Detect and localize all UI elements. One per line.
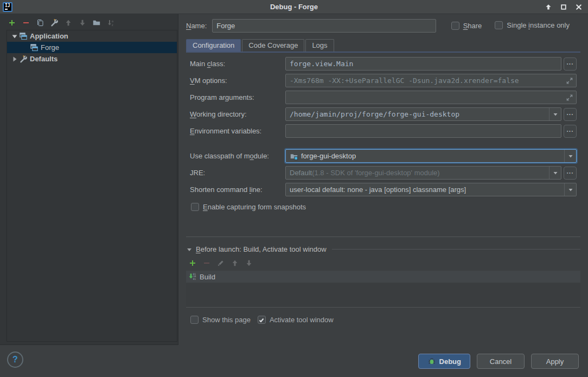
tree-item-label: Forge (41, 43, 59, 52)
new-folder-button[interactable] (92, 18, 101, 27)
single-instance-checkbox[interactable]: Single instance only (495, 21, 570, 29)
tree-item-application[interactable]: Application (7, 30, 177, 42)
folder-icon (92, 18, 101, 27)
configuration-editor: Name: Share Single instance only Configu… (179, 14, 588, 377)
collapsed-arrow-icon (10, 55, 19, 63)
remove-icon (202, 259, 211, 267)
use-classpath-row: Use classpath of module:forge-gui-deskto… (190, 149, 588, 163)
application-icon (30, 43, 39, 52)
add-icon (188, 259, 197, 267)
use-classpath-label: Use classpath of module: (190, 152, 285, 160)
shorten-command-line-combobox[interactable]: user-local default: none - java [options… (285, 183, 577, 196)
jre-label: JRE: (190, 169, 285, 177)
expanded-arrow-icon (10, 32, 19, 41)
vm-options-row: VM options:-Xms768m -XX:+UseParallelGC -… (190, 74, 588, 87)
svg-text:z: z (111, 23, 113, 27)
remove-task-button (202, 258, 211, 267)
before-launch-toolbar (188, 258, 588, 267)
configurations-toolbar: az (7, 18, 178, 27)
main-class-browse-button[interactable]: ... (564, 57, 577, 71)
before-launch-header: Before launch: Build, Activate tool wind… (186, 245, 580, 253)
share-checkbox-label: Share (463, 22, 482, 30)
apply-button[interactable]: Apply (531, 354, 579, 369)
checkbox-checked-icon[interactable] (258, 316, 266, 324)
collapse-arrow-icon[interactable] (186, 246, 193, 253)
enable-capturing-form-snapshots-checkbox[interactable]: Enable capturing form snapshots (191, 203, 306, 211)
edit-defaults-button[interactable] (49, 18, 59, 27)
close-button[interactable] (574, 2, 584, 12)
checkbox-unchecked-icon[interactable] (191, 203, 199, 211)
move-up-button (63, 18, 73, 27)
shorten-command-line-value: user-local default: none - java [options… (290, 186, 466, 194)
share-checkbox[interactable]: Share (451, 22, 482, 30)
tab-configuration[interactable]: Configuration (186, 39, 241, 52)
use-classpath-combobox[interactable]: forge-gui-desktop (285, 149, 577, 163)
svg-text:a: a (111, 19, 113, 23)
tree-item-defaults[interactable]: Defaults (7, 53, 177, 65)
checkbox-unchecked-icon[interactable] (190, 316, 199, 324)
checkbox-unchecked-icon[interactable] (495, 21, 503, 29)
tree-item-label: Application (30, 32, 68, 40)
before-launch-item-build[interactable]: 011001Build (186, 271, 580, 283)
tree-item-forge[interactable]: Forge (7, 42, 177, 53)
window-controls (544, 0, 584, 14)
jre-browse-button[interactable]: ... (564, 167, 577, 180)
window-title: Debug - Forge (0, 3, 588, 11)
shade-button[interactable] (544, 2, 553, 12)
tab-code-coverage[interactable]: Code Coverage (242, 39, 304, 52)
combo-arrow-icon (568, 154, 573, 159)
shorten-command-line-label: Shorten command line: (190, 186, 285, 194)
move-up-icon (64, 18, 73, 27)
move-down-icon (245, 259, 253, 267)
vm-options-field[interactable]: -Xms768m -XX:+UseParallelGC -Dsun.java2d… (285, 74, 577, 87)
before-launch-list: 011001Build (186, 271, 580, 307)
show-this-page-checkbox[interactable]: Show this page (190, 316, 251, 324)
jre-row: JRE:Default (1.8 - SDK of 'forge-gui-des… (190, 166, 588, 180)
jre-combobox[interactable]: Default (1.8 - SDK of 'forge-gui-desktop… (285, 166, 561, 180)
use-classpath-dropdown-arrow[interactable] (564, 150, 576, 162)
help-button[interactable]: ? (7, 352, 23, 368)
tab-logs[interactable]: Logs (305, 39, 334, 52)
name-row: Name: Share Single instance only (186, 19, 580, 33)
copy-button[interactable] (35, 18, 44, 27)
main-class-label: Main class: (190, 60, 285, 68)
maximize-icon (559, 3, 568, 11)
debug-button[interactable]: Debug (418, 354, 470, 369)
name-input[interactable] (212, 19, 436, 33)
environment-variables-row: Environment variables:... (190, 124, 588, 138)
vm-options-label: VM options: (190, 76, 285, 85)
add-button[interactable] (7, 18, 16, 27)
checkbox-unchecked-icon[interactable] (451, 22, 459, 30)
remove-button[interactable] (21, 18, 30, 27)
close-icon (574, 3, 583, 11)
program-arguments-field[interactable] (285, 91, 577, 104)
shorten-command-line-dropdown-arrow[interactable] (564, 183, 576, 196)
section-divider (186, 237, 580, 237)
maximize-button[interactable] (559, 2, 568, 12)
working-directory-browse-button[interactable]: ... (564, 108, 577, 121)
shade-icon (544, 3, 553, 11)
module-icon (290, 152, 298, 161)
sort-alphabetically-button: az (106, 18, 115, 27)
program-arguments-expand-button[interactable] (563, 91, 576, 104)
working-directory-field[interactable]: /home/jamin/proj/forge/forge-gui-desktop (285, 107, 561, 121)
remove-icon (22, 18, 30, 27)
move-down-button (78, 18, 87, 27)
working-directory-value: /home/jamin/proj/forge/forge-gui-desktop (290, 110, 459, 118)
environment-variables-browse-button[interactable]: ... (564, 125, 577, 138)
vm-options-expand-button[interactable] (563, 74, 576, 87)
jre-dropdown-arrow[interactable] (549, 167, 561, 179)
titlebar: IJ Debug - Forge (0, 0, 588, 14)
environment-variables-field[interactable] (285, 124, 561, 138)
configuration-form: Main class:forge.view.Main...VM options:… (179, 53, 588, 196)
move-up-icon (231, 259, 239, 267)
working-directory-dropdown-arrow[interactable] (549, 108, 561, 120)
enable-capturing-form-snapshots-checkbox-label: Enable capturing form snapshots (203, 203, 306, 211)
main-class-value: forge.view.Main (290, 60, 353, 68)
tree-item-label: Defaults (30, 55, 57, 63)
add-task-button[interactable] (188, 258, 197, 267)
activate-tool-window-checkbox[interactable]: Activate tool window (258, 316, 334, 324)
environment-variables-label: Environment variables: (190, 127, 285, 135)
cancel-button[interactable]: Cancel (477, 354, 525, 369)
main-class-field[interactable]: forge.view.Main (285, 57, 561, 71)
